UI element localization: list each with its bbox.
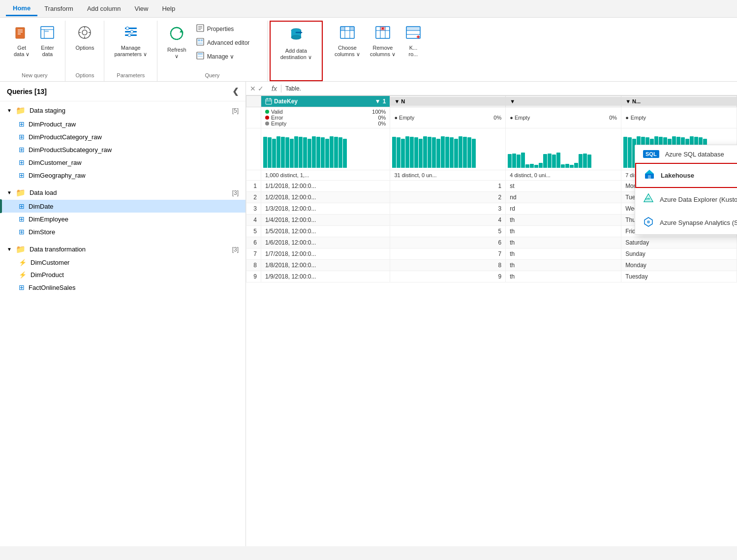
query-small-buttons: Properties Advanced editor Manage ∨ (192, 23, 261, 63)
azure-sql-label: Azure SQL database (665, 151, 724, 158)
data-staging-label: Data staging (30, 107, 65, 114)
cancel-icon[interactable]: ✕ (250, 85, 256, 93)
ribbon-group-parameters: Manageparameters ∨ Parameters (104, 21, 157, 81)
keep-rows-button[interactable]: K...ro... (401, 23, 425, 60)
folder-icon-data-load: 📁 (16, 188, 26, 197)
dim-geography-raw-label: DimGeography_raw (29, 172, 86, 179)
row-number: 8 (246, 260, 261, 271)
sidebar-item-dim-product-subcategory-raw[interactable]: ⊞ DimProductSubcategory_raw (0, 143, 246, 156)
keep-rows-label: K...ro... (408, 45, 418, 58)
svg-rect-42 (350, 27, 354, 31)
col1-footer: 1,000 distinct, 1,... (261, 170, 390, 181)
sidebar-item-dim-product[interactable]: ⚡ DimProduct (0, 269, 246, 281)
sidebar-item-dim-geography-raw[interactable]: ⊞ DimGeography_raw (0, 169, 246, 182)
table-row[interactable]: 9 1/9/2018, 12:00:0... 9 th Tuesday (246, 271, 737, 282)
data-transformation-label: Data transformation (30, 246, 86, 253)
cell-datekey: 1/2/2018, 12:00:0... (261, 192, 390, 203)
manage-icon (196, 52, 204, 62)
choose-columns-button[interactable]: Choosecolumns ∨ (331, 23, 364, 60)
enter-data-button[interactable]: Enterdata (35, 23, 59, 60)
menu-add-column[interactable]: Add column (80, 2, 128, 15)
menu-view[interactable]: View (128, 2, 155, 15)
cell-col3: th (506, 215, 621, 226)
sidebar-group-header-data-staging[interactable]: ▼ 📁 Data staging [5] (0, 103, 246, 118)
formula-content[interactable]: Table. (285, 85, 301, 92)
ribbon: Getdata ∨ Enterdata New query (0, 18, 737, 82)
menu-bar: Home Transform Add column View Help (0, 0, 737, 18)
dropdown-item-azure-data-explorer[interactable]: Azure Data Explorer (Kusto) (635, 188, 737, 211)
choose-columns-icon (339, 25, 355, 43)
advanced-editor-button[interactable]: Advanced editor (192, 36, 261, 49)
dropdown-item-azure-synapse[interactable]: Azure Synapse Analytics (SQL DW) (635, 211, 737, 234)
add-data-destination-icon (287, 26, 305, 46)
remove-columns-button[interactable]: Removecolumns ∨ (366, 23, 399, 60)
cell-datekey: 1/5/2018, 12:00:0... (261, 226, 390, 237)
sidebar-group-header-data-transformation[interactable]: ▼ 📁 Data transformation [3] (0, 242, 246, 256)
refresh-button[interactable]: Refresh∨ (163, 23, 190, 62)
datekey-dropdown-icon[interactable]: ▼ (375, 98, 381, 105)
azure-data-explorer-icon (643, 193, 654, 206)
dropdown-item-azure-sql[interactable]: SQL Azure SQL database (635, 145, 737, 163)
sidebar-collapse-button[interactable]: ❮ (232, 87, 239, 96)
col2-header[interactable]: ▼ N (390, 96, 506, 107)
azure-data-explorer-label: Azure Data Explorer (Kusto) (660, 196, 737, 203)
menu-transform[interactable]: Transform (37, 2, 80, 15)
table-row[interactable]: 7 1/7/2018, 12:00:0... 7 th Sunday (246, 249, 737, 260)
ribbon-group-options: Options Options (65, 21, 104, 81)
manage-label: Manage ∨ (207, 53, 235, 60)
cell-col3: th (506, 226, 621, 237)
error-dot (265, 116, 269, 120)
svg-point-9 (82, 30, 87, 35)
manage-parameters-button[interactable]: Manageparameters ∨ (110, 23, 151, 60)
dropdown-item-lakehouse[interactable]: Lakehouse (635, 163, 737, 188)
manage-parameters-icon (123, 25, 139, 43)
properties-label: Properties (207, 26, 234, 32)
cell-col2: 4 (390, 215, 506, 226)
cell-datekey: 1/8/2018, 12:00:0... (261, 260, 390, 271)
sidebar-item-dim-customer[interactable]: ⚡ DimCustomer (0, 256, 246, 269)
parameters-group-label: Parameters (117, 70, 145, 81)
table-row[interactable]: 6 1/6/2018, 12:00:0... 6 th Saturday (246, 237, 737, 249)
formula-bar-controls: ✕ ✓ (250, 85, 264, 93)
menu-home[interactable]: Home (6, 1, 37, 16)
add-data-destination-button[interactable]: Add datadestination ∨ (276, 24, 316, 62)
get-data-label: Getdata ∨ (14, 45, 30, 58)
cell-col2: 6 (390, 237, 506, 249)
cell-col4: Saturday (621, 237, 737, 249)
col4-header[interactable]: ▼ N... (621, 96, 737, 107)
sidebar-group-data-transformation: ▼ 📁 Data transformation [3] ⚡ DimCustome… (0, 240, 246, 296)
get-data-button[interactable]: Getdata ∨ (10, 23, 33, 60)
triangle-icon: ▼ (7, 108, 12, 113)
row-number: 5 (246, 226, 261, 237)
sidebar-item-dim-employee[interactable]: ⊞ DimEmployee (0, 213, 246, 225)
sidebar-item-dim-store[interactable]: ⊞ DimStore (0, 225, 246, 238)
options-button[interactable]: Options (71, 23, 98, 53)
lightning-icon: ⚡ (19, 271, 27, 279)
cell-col2: 9 (390, 271, 506, 282)
confirm-icon[interactable]: ✓ (258, 85, 264, 93)
sidebar-item-dim-date[interactable]: ⊞ DimDate (0, 200, 246, 213)
sidebar-item-dim-customer-raw[interactable]: ⊞ DimCustomer_raw (0, 156, 246, 169)
lakehouse-icon (644, 169, 655, 182)
datekey-col-label: DateKey (274, 98, 298, 105)
properties-button[interactable]: Properties (192, 23, 261, 35)
dim-employee-label: DimEmployee (29, 216, 68, 223)
formula-bar: ✕ ✓ fx Table. (246, 82, 737, 95)
cell-col3: th (506, 260, 621, 271)
sidebar-item-dim-product-category-raw[interactable]: ⊞ DimProductCategory_raw (0, 130, 246, 143)
table-row[interactable]: 8 1/8/2018, 12:00:0... 8 th Monday (246, 260, 737, 271)
manage-button[interactable]: Manage ∨ (192, 50, 261, 63)
sidebar-group-header-data-load[interactable]: ▼ 📁 Data load [3] (0, 186, 246, 200)
row-num-header (246, 96, 261, 107)
cell-col2: 1 (390, 181, 506, 192)
sidebar-item-fact-online-sales[interactable]: ⊞ FactOnlineSales (0, 281, 246, 294)
col3-header[interactable]: ▼ (506, 96, 621, 107)
col2-chart (390, 128, 506, 170)
triangle-icon: ▼ (7, 247, 12, 252)
azure-synapse-label: Azure Synapse Analytics (SQL DW) (660, 219, 737, 226)
menu-help[interactable]: Help (155, 2, 182, 15)
enter-data-label: Enterdata (41, 45, 54, 58)
sidebar-item-dim-product-raw[interactable]: ⊞ DimProduct_raw (0, 118, 246, 130)
svg-rect-65 (266, 99, 272, 104)
empty-dot (265, 122, 269, 125)
